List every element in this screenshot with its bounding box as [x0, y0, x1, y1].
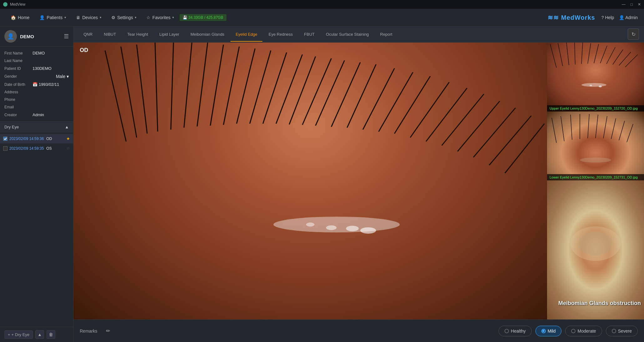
nav-home[interactable]: 🏠 Home	[6, 13, 34, 22]
svg-line-22	[426, 88, 467, 141]
info-creator: Creator Admin	[0, 111, 73, 119]
home-icon: 🏠	[11, 15, 16, 20]
thumb-lower-eyelid[interactable]: Lower Eyelid Lenny130Demo_20230209_15273…	[547, 111, 644, 180]
settings-icon: ⚙	[111, 15, 115, 20]
session-date: 2023/02/09 14:59:36	[9, 137, 44, 141]
svg-line-27	[505, 124, 544, 173]
svg-line-34	[558, 43, 563, 66]
right-panel: Upper Eyelid Lenny130Demo_20230209_15272…	[547, 43, 644, 319]
svg-point-31	[346, 226, 358, 231]
svg-line-41	[606, 47, 615, 64]
tab-lipid-layer[interactable]: Lipid Layer	[154, 28, 184, 41]
svg-line-18	[363, 68, 394, 130]
list-item[interactable]: 2023/02/09 14:59:35 OS ☆	[0, 143, 73, 153]
main-image-container: OD	[74, 43, 547, 319]
gender-value[interactable]: Male ▾	[56, 74, 69, 79]
meibomian-svg	[547, 180, 644, 319]
edit-icon[interactable]: ✏	[106, 328, 110, 334]
storage-icon: 💾	[183, 15, 187, 20]
admin-button[interactable]: 👤 Admin	[619, 15, 638, 20]
tab-report[interactable]: Report	[375, 28, 397, 41]
tabs: QNR NIBUT Tear Height Lipid Layer Meibom…	[79, 28, 397, 41]
session-checkbox[interactable]	[3, 137, 8, 141]
up-button[interactable]: ▲	[35, 330, 44, 339]
delete-button[interactable]: 🗑	[47, 330, 55, 339]
svg-line-20	[394, 76, 430, 133]
svg-point-32	[306, 223, 315, 227]
info-patient-id: Patient ID 130DEMO	[0, 65, 73, 72]
content-area: QNR NIBUT Tear Height Lipid Layer Meibom…	[74, 26, 644, 342]
image-section: OD	[74, 43, 644, 319]
tab-qnr[interactable]: QNR	[79, 28, 98, 41]
severity-mild-button[interactable]: Mild	[535, 326, 562, 336]
thumb-upper-eyelid[interactable]: Upper Eyelid Lenny130Demo_20230209_15272…	[547, 43, 644, 111]
maximize-button[interactable]: □	[631, 2, 633, 7]
thumb-lower-image	[547, 111, 644, 180]
svg-point-29	[360, 227, 376, 234]
upper-eyelid-image	[547, 43, 644, 111]
minimize-button[interactable]: —	[622, 2, 626, 7]
thumb-upper-image	[547, 43, 644, 111]
svg-point-47	[590, 85, 592, 86]
session-checkbox[interactable]	[3, 146, 8, 151]
severity-healthy-button[interactable]: Healthy	[499, 326, 531, 336]
svg-line-19	[379, 72, 413, 132]
gender-label: Gender	[4, 74, 33, 79]
svg-point-46	[599, 86, 602, 87]
svg-point-30	[326, 225, 337, 230]
nav-settings[interactable]: ⚙ Settings ▾	[107, 13, 141, 22]
svg-line-38	[588, 43, 591, 64]
svg-line-26	[489, 116, 531, 165]
nav-favorites[interactable]: ☆ Favorites ▾	[142, 13, 178, 22]
tab-ocular-surface-staining[interactable]: Ocular Surface Staining	[321, 28, 374, 41]
chevron-down-icon: ▾	[135, 16, 136, 19]
dry-eye-title: Dry Eye	[4, 125, 19, 129]
svg-line-2	[137, 44, 147, 133]
severity-moderate-button[interactable]: Moderate	[565, 326, 602, 336]
tab-tear-height[interactable]: Tear Height	[122, 28, 153, 41]
tab-eyelid-edge[interactable]: Eyelid Edge	[231, 28, 262, 41]
info-first-name: First Name DEMO	[0, 49, 73, 57]
add-dry-eye-label: + Dry Eye	[12, 332, 29, 337]
tab-nibut[interactable]: NIBUT	[99, 28, 121, 41]
svg-line-25	[473, 108, 515, 157]
add-dry-eye-button[interactable]: + + Dry Eye	[4, 330, 33, 339]
nav-patients-label: Patients	[47, 15, 63, 20]
patients-icon: 👤	[39, 15, 45, 20]
list-item[interactable]: 2023/02/09 14:59:36 OD ★	[0, 134, 73, 143]
main-layout: 👤 DEMO ☰ First Name DEMO Last Name Patie…	[0, 26, 644, 342]
star-icon[interactable]: ☆	[66, 146, 70, 151]
severity-healthy-label: Healthy	[511, 329, 525, 334]
hamburger-menu[interactable]: ☰	[64, 33, 69, 40]
dry-eye-header[interactable]: Dry Eye ▲	[0, 122, 73, 132]
creator-value: Admin	[33, 112, 44, 117]
thumb-meibomian[interactable]: Meibomian Glands obstruction	[547, 180, 644, 319]
svg-point-58	[580, 158, 611, 163]
close-button[interactable]: ✕	[638, 2, 641, 7]
sidebar-username: DEMO	[20, 34, 34, 39]
session-eye: OS	[46, 146, 52, 151]
radio-moderate	[571, 329, 576, 333]
tab-eye-redness[interactable]: Eye Redness	[264, 28, 298, 41]
storage-badge: 💾 34.33GB / 425.87GB	[180, 14, 226, 21]
help-button[interactable]: ? Help	[601, 15, 614, 20]
remarks-label: Remarks	[80, 329, 97, 334]
severity-severe-button[interactable]: Severe	[606, 326, 638, 336]
lower-eyelid-image	[547, 111, 644, 180]
nav-devices[interactable]: 🖥 Devices ▾	[72, 13, 106, 22]
refresh-button[interactable]: ↻	[628, 28, 639, 40]
tab-fbut[interactable]: FBUT	[299, 28, 320, 41]
svg-line-3	[155, 43, 158, 132]
bottom-bar: Remarks ✏ Healthy Mild Moderate Severe	[74, 319, 644, 342]
radio-healthy	[505, 329, 509, 333]
info-dob: Date of Birth 📅 1993/02/11	[0, 80, 73, 88]
storage-value: 34.33GB / 425.87GB	[188, 15, 223, 20]
svg-line-8	[223, 47, 239, 125]
tab-meibomian-glands[interactable]: Meibomian Glands	[185, 28, 229, 41]
svg-line-50	[570, 115, 572, 140]
svg-point-45	[581, 83, 606, 87]
nav-patients[interactable]: 👤 Patients ▾	[35, 13, 70, 22]
svg-line-36	[575, 43, 575, 65]
svg-line-39	[594, 44, 599, 63]
star-icon[interactable]: ★	[66, 136, 70, 141]
